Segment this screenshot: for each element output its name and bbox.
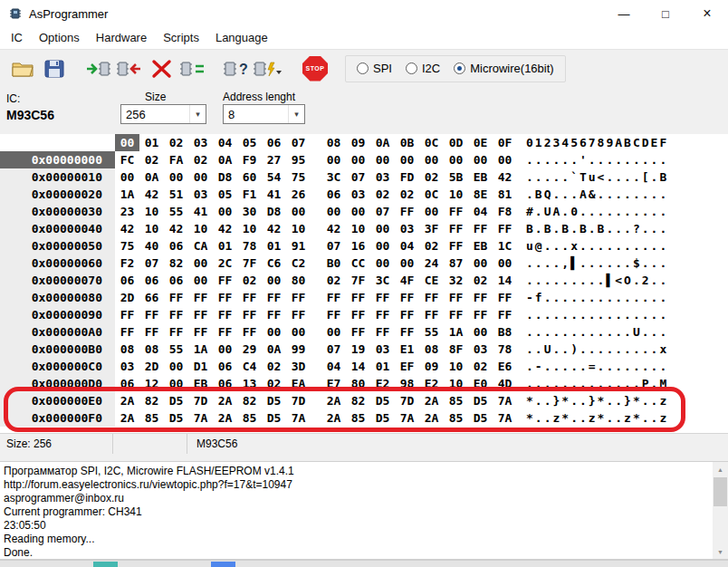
ascii-cell[interactable]: *..}*..}*..}*..z [526,392,668,409]
hex-byte-cell[interactable]: 5B [444,168,468,186]
hex-byte-cell[interactable]: 06 [213,358,237,375]
hex-byte-cell[interactable]: 08 [419,341,444,358]
hex-byte-cell[interactable]: 42 [139,186,164,203]
hex-byte-cell[interactable]: 2A [419,392,444,409]
hex-byte-cell[interactable]: D1 [188,358,213,375]
hex-byte-cell[interactable]: 2D [139,358,164,375]
hex-byte-cell[interactable]: FF [286,306,311,323]
hex-byte-cell[interactable]: 19 [346,341,370,358]
hex-byte-cell[interactable]: 0A [262,341,286,358]
hex-row-address[interactable]: 0x00000090 [0,306,115,323]
hex-byte-cell[interactable]: 02 [237,272,262,289]
hex-byte-cell[interactable]: 13 [237,375,262,392]
hex-byte-cell[interactable]: 2A [321,392,346,409]
hex-row-address[interactable]: 0x00000040 [0,220,115,237]
hex-row-address[interactable]: 0x00000070 [0,272,115,289]
hex-byte-cell[interactable]: 1A [444,323,468,341]
hex-byte-cell[interactable]: D5 [164,392,188,409]
hex-byte-cell[interactable]: 10 [444,186,468,203]
hex-byte-cell[interactable]: 55 [164,203,188,220]
hex-byte-cell[interactable]: EF [395,358,419,375]
hex-byte-cell[interactable]: F2 [115,255,139,272]
hex-byte-cell[interactable]: 2A [213,409,237,427]
hex-row-address[interactable]: 0x000000F0 [0,409,115,427]
hex-byte-cell[interactable]: 06 [213,375,237,392]
hex-byte-cell[interactable]: FF [493,289,517,306]
hex-byte-cell[interactable]: 1C [493,237,517,255]
hex-byte-cell[interactable]: 41 [188,203,213,220]
hex-byte-cell[interactable]: 06 [115,272,139,289]
hex-byte-cell[interactable]: 0A [213,151,237,168]
hex-byte-cell[interactable]: 00 [213,203,237,220]
hex-byte-cell[interactable]: FF [213,323,237,341]
hex-byte-cell[interactable]: 29 [237,341,262,358]
hex-byte-cell[interactable]: 02 [262,358,286,375]
hex-byte-cell[interactable]: 04 [321,358,346,375]
hex-byte-cell[interactable]: 2A [321,409,346,427]
hex-byte-cell[interactable]: 23 [115,203,139,220]
hex-byte-cell[interactable]: FF [395,323,419,341]
hex-byte-cell[interactable]: 07 [321,237,346,255]
hex-byte-cell[interactable]: FF [213,272,237,289]
hex-byte-cell[interactable]: EB [468,237,493,255]
hex-byte-cell[interactable]: 55 [164,341,188,358]
maximize-button[interactable]: □ [645,0,686,27]
hex-byte-cell[interactable]: 02 [468,272,493,289]
hex-byte-cell[interactable]: 75 [286,168,311,186]
hex-byte-cell[interactable]: 2A [419,409,444,427]
hex-byte-cell[interactable]: EB [188,375,213,392]
hex-byte-cell[interactable]: 55 [419,323,444,341]
hex-byte-cell[interactable]: 01 [370,358,395,375]
hex-byte-cell[interactable]: 00 [321,203,346,220]
hex-byte-cell[interactable]: FF [346,289,370,306]
hex-row-address[interactable]: 0x00000000 [0,151,115,168]
hex-byte-cell[interactable]: D5 [468,409,493,427]
hex-byte-cell[interactable]: FF [139,306,164,323]
hex-byte-cell[interactable]: 85 [139,409,164,427]
hex-byte-cell[interactable]: EA [286,375,311,392]
hex-byte-cell[interactable]: 00 [286,323,311,341]
hex-byte-cell[interactable]: D5 [370,409,395,427]
hex-byte-cell[interactable]: FF [237,323,262,341]
hex-byte-cell[interactable]: 06 [115,375,139,392]
hex-byte-cell[interactable]: FF [468,306,493,323]
hex-byte-cell[interactable]: 2A [115,409,139,427]
hex-row-address[interactable]: 0x000000D0 [0,375,115,392]
hex-byte-cell[interactable]: 00 [164,375,188,392]
menu-item-ic[interactable]: IC [3,27,31,49]
hex-byte-cell[interactable]: 00 [262,323,286,341]
hex-byte-cell[interactable]: D8 [213,168,237,186]
hex-byte-cell[interactable]: FF [188,306,213,323]
hex-byte-cell[interactable]: 4F [395,272,419,289]
hex-byte-cell[interactable]: 27 [262,151,286,168]
hex-byte-cell[interactable]: 00 [493,255,517,272]
hex-byte-cell[interactable]: 60 [237,168,262,186]
hex-byte-cell[interactable]: D5 [262,392,286,409]
write-ic-button[interactable] [113,53,145,84]
hex-byte-cell[interactable]: 85 [444,409,468,427]
hex-byte-cell[interactable]: EB [468,168,493,186]
save-file-button[interactable] [38,53,70,84]
close-button[interactable]: × [686,0,728,27]
hex-byte-cell[interactable]: 00 [164,358,188,375]
hex-byte-cell[interactable]: 00 [321,323,346,341]
hex-byte-cell[interactable]: D5 [370,392,395,409]
hex-byte-cell[interactable]: FD [395,168,419,186]
ascii-cell[interactable]: .........▌<O.2.. [526,272,668,289]
hex-byte-cell[interactable]: CA [188,237,213,255]
hex-byte-cell[interactable]: 00 [115,168,139,186]
hex-byte-cell[interactable]: E7 [321,375,346,392]
hex-byte-cell[interactable]: D8 [262,203,286,220]
hex-row-address[interactable]: 0x000000A0 [0,323,115,341]
hex-byte-cell[interactable]: 06 [139,272,164,289]
hex-byte-cell[interactable]: 00 [346,203,370,220]
hex-byte-cell[interactable]: FF [237,306,262,323]
hex-byte-cell[interactable]: FF [164,289,188,306]
hex-byte-cell[interactable]: 01 [262,237,286,255]
menu-item-language[interactable]: Language [207,27,276,49]
hex-byte-cell[interactable]: 02 [468,358,493,375]
scrollbar-thumb[interactable] [714,477,727,506]
hex-byte-cell[interactable]: 00 [321,151,346,168]
read-id-button[interactable]: ? [220,53,252,84]
hex-byte-cell[interactable]: 02 [419,237,444,255]
